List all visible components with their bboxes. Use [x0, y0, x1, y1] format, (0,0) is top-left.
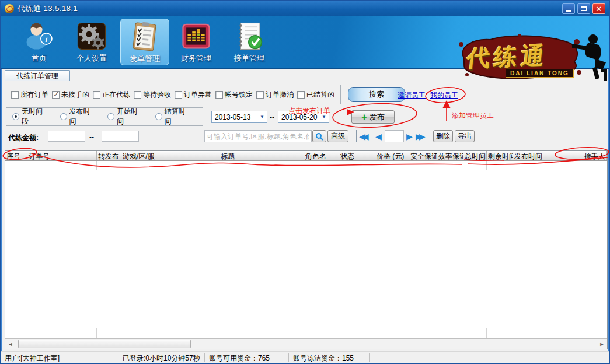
- home-person-icon: i: [23, 20, 55, 52]
- scroll-right-icon[interactable]: ►: [597, 340, 606, 348]
- checkbox-label: 等待验收: [143, 90, 171, 100]
- column-remaining-time[interactable]: 剩余时间: [487, 151, 513, 160]
- nav-order-taking[interactable]: 接单管理: [225, 19, 274, 65]
- app-logo-icon: [5, 4, 14, 13]
- radio-no-time-range[interactable]: 无时间段: [12, 107, 47, 127]
- minimize-button[interactable]: [562, 4, 575, 14]
- invite-employee-link[interactable]: 邀请员工: [398, 90, 426, 100]
- last-page-icon[interactable]: ▶▶: [416, 131, 423, 142]
- checkbox-box: ✓: [52, 91, 60, 99]
- checkbox-label: 订单撤消: [266, 90, 294, 100]
- date-to-dropdown[interactable]: 2013-05-20 ▼: [278, 111, 329, 123]
- close-button[interactable]: ✕: [592, 4, 605, 14]
- keyword-search-button[interactable]: [312, 130, 326, 142]
- date-to-value: 2013-05-20: [281, 113, 317, 121]
- radio-start-time[interactable]: 开始时间: [107, 107, 142, 127]
- nav-home[interactable]: i 首页: [15, 19, 64, 65]
- radio-label: 结算时间: [165, 107, 190, 127]
- keyword-search-input[interactable]: [204, 130, 312, 142]
- empty-cell: [5, 161, 27, 170]
- search-button[interactable]: 搜索: [348, 87, 405, 102]
- scroll-left-icon[interactable]: ◄: [6, 340, 15, 348]
- column-game-server[interactable]: 游戏/区/服: [121, 151, 219, 160]
- empty-cell: [583, 161, 607, 170]
- checkbox-in-progress[interactable]: ✓ 正在代练: [93, 90, 134, 100]
- tab-divider: [4, 80, 609, 81]
- radio-label: 发布时间: [69, 107, 95, 127]
- checkbox-account-locked[interactable]: ✓ 帐号锁定: [215, 90, 256, 100]
- scrollbar-thumb[interactable]: [18, 340, 191, 348]
- column-total-time[interactable]: 总时间: [463, 151, 487, 160]
- column-role-name[interactable]: 角色名: [304, 151, 339, 160]
- amount-label: 代练金额:: [8, 133, 39, 143]
- horizontal-scrollbar[interactable]: ◄ ►: [5, 338, 607, 349]
- search-button-label: 搜索: [369, 89, 384, 100]
- radio-settle-time[interactable]: 结算时间: [155, 107, 190, 127]
- empty-cell: [409, 161, 437, 170]
- date-from-value: 2013-05-13: [215, 113, 250, 121]
- empty-grid-row: [5, 161, 607, 170]
- radio-label: 无时间段: [22, 107, 47, 127]
- delete-button[interactable]: 删除: [433, 130, 453, 142]
- checkbox-box: ✓: [175, 91, 182, 99]
- empty-cell: [487, 161, 513, 170]
- checkbox-order-cancelled[interactable]: ✓ 订单撤消: [256, 90, 297, 100]
- delete-button-label: 删除: [436, 131, 450, 141]
- column-taker[interactable]: 接手人: [583, 151, 607, 160]
- maximize-button[interactable]: [577, 4, 590, 14]
- amount-max-input[interactable]: [102, 131, 139, 142]
- nav-order-publishing[interactable]: 发单管理: [120, 19, 169, 65]
- empty-cell: [27, 328, 97, 338]
- column-efficiency-deposit[interactable]: 效率保证: [437, 151, 463, 160]
- status-divider: [369, 353, 370, 362]
- my-employees-link[interactable]: 我的员工: [430, 90, 458, 100]
- date-range-separator: --: [270, 113, 274, 121]
- page-number-input[interactable]: [385, 130, 404, 142]
- status-divider: [288, 353, 289, 362]
- column-repost[interactable]: 转发布: [97, 151, 121, 160]
- checkbox-settled[interactable]: ✓ 已结算的: [297, 90, 338, 100]
- empty-cell: [583, 328, 607, 338]
- advanced-search-button[interactable]: 高级: [327, 130, 348, 142]
- gears-icon: [76, 20, 107, 52]
- column-price[interactable]: 价格 (元): [375, 151, 409, 160]
- nav-finance[interactable]: 财务管理: [172, 19, 221, 65]
- checkbox-awaiting-acceptance[interactable]: ✓ 等待验收: [134, 90, 175, 100]
- amount-min-input[interactable]: [48, 131, 85, 142]
- tab-order-management[interactable]: 代练订单管理: [5, 70, 70, 81]
- column-publish-time[interactable]: 发布时间: [513, 151, 583, 160]
- checklist-clipboard-icon: [129, 21, 161, 52]
- nav-personal-settings[interactable]: 个人设置: [67, 19, 116, 65]
- column-title[interactable]: 标题: [219, 151, 304, 160]
- checkbox-label: 未接手的: [61, 90, 89, 100]
- column-order-id[interactable]: 订单号: [27, 151, 97, 160]
- checkbox-order-abnormal[interactable]: ✓ 订单异常: [175, 90, 215, 100]
- empty-cell: [219, 328, 304, 338]
- checkbox-not-taken[interactable]: ✓ 未接手的: [52, 90, 93, 100]
- export-button[interactable]: 导出: [455, 130, 475, 142]
- column-seq[interactable]: 序号: [5, 151, 27, 160]
- radio-publish-time[interactable]: 发布时间: [60, 107, 95, 127]
- publish-button-label: 发布: [370, 112, 385, 123]
- publish-button[interactable]: + 发布: [351, 110, 395, 124]
- empty-cell: [339, 161, 375, 170]
- empty-cell: [304, 161, 339, 170]
- date-from-dropdown[interactable]: 2013-05-13 ▼: [211, 111, 267, 123]
- empty-cell: [409, 328, 437, 338]
- empty-cell: [121, 328, 219, 338]
- status-user: 用户:[大神工作室]: [5, 354, 60, 363]
- empty-cell: [97, 161, 121, 170]
- maximize-icon: [581, 6, 587, 11]
- prev-page-icon[interactable]: ◀: [375, 131, 379, 142]
- checkbox-label: 已结算的: [306, 90, 334, 100]
- checkbox-label: 正在代练: [102, 90, 130, 100]
- checkbox-all-orders[interactable]: ✓ 所有订单: [11, 90, 52, 100]
- checkbox-label: 帐号锁定: [225, 90, 253, 100]
- next-page-icon[interactable]: ▶: [406, 131, 410, 142]
- column-safety-deposit[interactable]: 安全保证: [409, 151, 437, 160]
- chevron-down-icon: ▼: [257, 114, 267, 120]
- status-login-time: 已登录:0小时10分钟57秒: [123, 354, 200, 363]
- app-window: 代练通 13.5.18.1 ✕ i 首页: [0, 0, 610, 364]
- first-page-icon[interactable]: ◀◀: [359, 131, 366, 142]
- column-status[interactable]: 状态: [339, 151, 375, 160]
